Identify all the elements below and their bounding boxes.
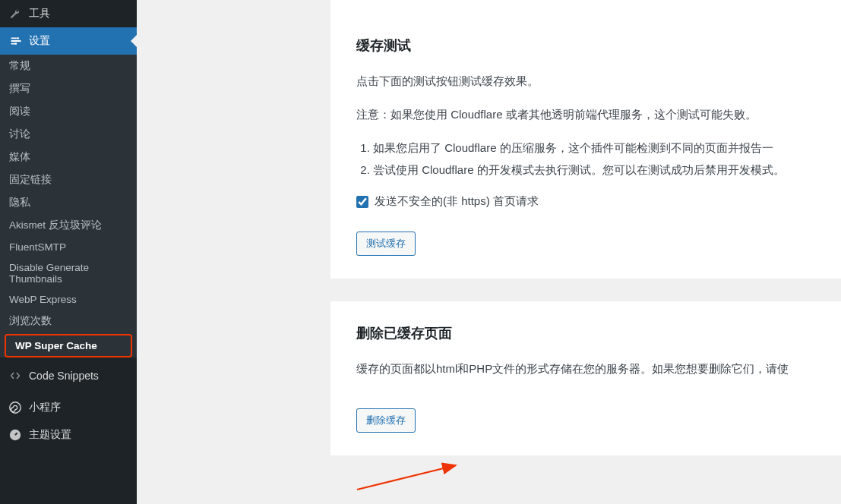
- cache-test-desc: 点击下面的测试按钮测试缓存效果。: [356, 71, 815, 91]
- submenu-general[interactable]: 常规: [0, 55, 137, 77]
- list-item: 尝试使用 Cloudflare 的开发模式去执行测试。您可以在测试成功后禁用开发…: [373, 159, 815, 181]
- submenu-wp-super-cache[interactable]: WP Super Cache: [6, 335, 131, 356]
- delete-cache-desc: 缓存的页面都以html和PHP文件的形式存储在您的服务器。如果您想要删除它们，请…: [356, 359, 815, 379]
- list-item: 如果您启用了 Cloudflare 的压缩服务，这个插件可能检测到不同的页面并报…: [373, 137, 815, 159]
- test-cache-button[interactable]: 测试缓存: [356, 232, 416, 256]
- svg-point-1: [19, 40, 21, 43]
- admin-sidebar: 工具 设置 常规 撰写 阅读 讨论 媒体 固定链接 隐私 Akismet 反垃圾…: [0, 0, 137, 504]
- sidebar-item-label: 小程序: [29, 401, 61, 414]
- submenu-views[interactable]: 浏览次数: [0, 310, 137, 332]
- delete-cache-card: 删除已缓存页面 缓存的页面都以html和PHP文件的形式存储在您的服务器。如果您…: [330, 301, 841, 455]
- submenu-media[interactable]: 媒体: [0, 146, 137, 169]
- submenu-reading[interactable]: 阅读: [0, 100, 137, 123]
- settings-submenu: 常规 撰写 阅读 讨论 媒体 固定链接 隐私 Akismet 反垃圾评论 Flu…: [0, 55, 137, 358]
- insecure-request-checkbox[interactable]: [356, 196, 368, 208]
- submenu-akismet[interactable]: Akismet 反垃圾评论: [0, 214, 137, 237]
- highlight-annotation: WP Super Cache: [5, 334, 132, 358]
- submenu-writing[interactable]: 撰写: [0, 77, 137, 100]
- insecure-request-checkbox-row: 发送不安全的(非 https) 首页请求: [356, 194, 815, 209]
- svg-point-0: [17, 37, 19, 39]
- delete-cache-button[interactable]: 删除缓存: [356, 408, 416, 433]
- code-icon: [8, 368, 23, 383]
- sidebar-item-settings[interactable]: 设置: [0, 27, 137, 55]
- sidebar-item-code-snippets[interactable]: Code Snippets: [0, 362, 137, 389]
- submenu-privacy[interactable]: 隐私: [0, 191, 137, 214]
- cache-test-card: 缓存测试 点击下面的测试按钮测试缓存效果。 注意：如果您使用 Cloudflar…: [330, 0, 841, 279]
- submenu-permalinks[interactable]: 固定链接: [0, 169, 137, 191]
- sliders-icon: [8, 33, 23, 49]
- sidebar-item-label: 主题设置: [29, 428, 71, 442]
- sidebar-item-theme-settings[interactable]: 主题设置: [0, 421, 137, 449]
- svg-point-2: [15, 43, 17, 45]
- sidebar-item-label: 工具: [29, 7, 50, 20]
- insecure-request-label[interactable]: 发送不安全的(非 https) 首页请求: [375, 194, 539, 209]
- submenu-disable-thumbnails[interactable]: Disable Generate Thumbnails: [0, 257, 137, 289]
- cache-test-title: 缓存测试: [356, 36, 815, 55]
- submenu-fluentsmtp[interactable]: FluentSMTP: [0, 237, 137, 257]
- cache-test-list: 如果您启用了 Cloudflare 的压缩服务，这个插件可能检测到不同的页面并报…: [356, 137, 815, 181]
- sidebar-item-label: 设置: [29, 34, 50, 48]
- dashboard-icon: [8, 427, 23, 443]
- miniprogram-icon: [8, 400, 23, 415]
- svg-line-6: [357, 465, 456, 490]
- sidebar-item-miniprogram[interactable]: 小程序: [0, 394, 137, 421]
- delete-cache-title: 删除已缓存页面: [356, 324, 815, 342]
- submenu-discussion[interactable]: 讨论: [0, 123, 137, 146]
- sidebar-item-tools[interactable]: 工具: [0, 0, 137, 27]
- submenu-webp-express[interactable]: WebP Express: [0, 289, 137, 310]
- annotation-arrow: [357, 459, 471, 499]
- main-content: 缓存测试 点击下面的测试按钮测试缓存效果。 注意：如果您使用 Cloudflar…: [137, 0, 841, 504]
- wrench-icon: [8, 6, 23, 21]
- cache-test-note: 注意：如果您使用 Cloudflare 或者其他透明前端代理服务，这个测试可能失…: [356, 105, 815, 124]
- sidebar-item-label: Code Snippets: [29, 370, 99, 382]
